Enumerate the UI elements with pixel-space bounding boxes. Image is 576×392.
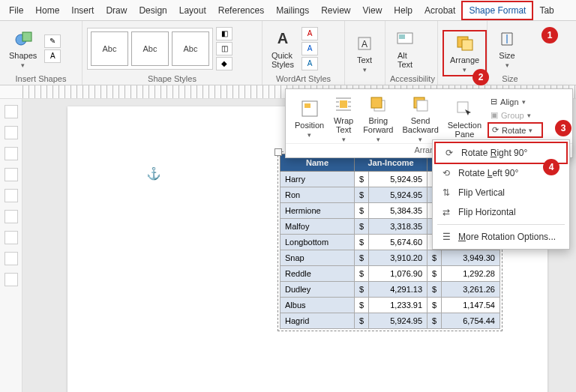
currency-symbol: $: [428, 313, 442, 329]
bring-forward-button[interactable]: Bring Forward▾: [360, 94, 396, 143]
selection-pane-button[interactable]: Selection Pane: [445, 94, 484, 143]
menu-layout[interactable]: Layout: [173, 2, 212, 19]
thumb[interactable]: [4, 189, 18, 202]
flip-vertical[interactable]: ⇅ Flip Vertical: [433, 183, 569, 202]
text-effects-icon[interactable]: A: [302, 57, 318, 70]
arrange-icon: [454, 33, 476, 54]
cell-name: Longbottom: [280, 235, 355, 250]
currency-symbol: $: [428, 282, 442, 298]
thumb[interactable]: [4, 168, 18, 181]
currency-symbol: $: [355, 313, 369, 329]
currency-symbol: $: [355, 235, 369, 250]
size-button[interactable]: Size ▾: [492, 27, 522, 70]
group-label-shape-styles: Shape Styles: [87, 73, 257, 83]
style-preview-2[interactable]: Abc: [131, 31, 169, 66]
wrap-text-button[interactable]: Wrap Text▾: [330, 94, 357, 143]
cell-jan: 5,384.35: [369, 203, 428, 219]
svg-rect-1: [22, 32, 32, 41]
currency-symbol: $: [355, 266, 369, 282]
rotate-right-label: Rotate Right 90°: [461, 148, 527, 158]
cell-jan: 1,233.91: [369, 298, 428, 313]
callout-2: 2: [472, 69, 489, 85]
cell-jan: 5,674.60: [369, 235, 428, 250]
text-button[interactable]: A Text ▾: [350, 31, 380, 75]
flip-horizontal-label: Flip Horizontal: [458, 207, 516, 217]
cell-jan: 3,910.20: [369, 250, 428, 266]
svg-rect-14: [417, 100, 428, 111]
align-button[interactable]: ⊟Align ▾: [488, 95, 543, 108]
group-label-text: [350, 82, 380, 83]
thumb[interactable]: [4, 231, 18, 244]
text-direction-icon: A: [354, 33, 375, 54]
thumb[interactable]: [4, 147, 18, 160]
bring-forward-icon: [368, 94, 388, 115]
menu-shape-format[interactable]: Shape Format: [461, 1, 533, 20]
cell-jan: 5,924.95: [369, 187, 428, 203]
menu-draw[interactable]: Draw: [100, 2, 133, 19]
group-insert-shapes: Shapes ▾ ✎ A Insert Shapes: [0, 21, 82, 85]
svg-rect-5: [399, 34, 405, 39]
menu-design[interactable]: Design: [133, 2, 172, 19]
shape-fill-icon[interactable]: ◧: [216, 27, 232, 40]
thumb[interactable]: [4, 105, 18, 118]
bring-forward-label: Bring Forward: [363, 116, 393, 134]
alt-text-button[interactable]: Alt Text: [390, 27, 420, 70]
svg-rect-10: [340, 100, 347, 108]
thumb[interactable]: [4, 252, 18, 265]
flip-vertical-icon: ⇅: [440, 187, 452, 199]
style-preview-1[interactable]: Abc: [91, 31, 128, 66]
quick-styles-label: Quick Styles: [272, 51, 294, 69]
rotate-left-label: Rotate Left 90°: [458, 168, 518, 178]
rotate-label: Rotate: [502, 126, 526, 135]
currency-symbol: $: [355, 203, 369, 219]
rotate-button[interactable]: ⟳Rotate ▾: [488, 122, 543, 138]
alt-text-icon: [394, 28, 416, 49]
menu-home[interactable]: Home: [29, 2, 65, 19]
cell-jan: 4,291.13: [369, 282, 428, 298]
chevron-down-icon: ▾: [21, 61, 25, 69]
text-outline-icon[interactable]: A: [302, 42, 318, 55]
menu-acrobat[interactable]: Acrobat: [418, 2, 461, 19]
thumb[interactable]: [4, 273, 18, 286]
position-button[interactable]: Position▾: [292, 94, 327, 143]
arrange-label: Arrange: [450, 55, 479, 64]
text-fill-icon[interactable]: A: [302, 27, 318, 40]
currency-symbol: $: [355, 219, 369, 235]
shapes-button[interactable]: Shapes ▾: [4, 27, 41, 70]
group-button[interactable]: ▣Group ▾: [488, 109, 543, 121]
menu-tab-overflow[interactable]: Tab: [533, 2, 560, 19]
menu-references[interactable]: References: [212, 2, 270, 19]
menu-file[interactable]: File: [3, 2, 29, 19]
shape-outline-icon[interactable]: ◫: [216, 42, 232, 55]
edit-shape-icon[interactable]: ✎: [44, 34, 61, 48]
cell-name: Albus: [280, 298, 355, 313]
callout-1: 1: [542, 27, 558, 43]
textbox-icon[interactable]: A: [44, 49, 61, 63]
thumb[interactable]: [4, 210, 18, 223]
menu-help[interactable]: Help: [388, 2, 418, 19]
menu-review[interactable]: Review: [315, 2, 356, 19]
menu-mailings[interactable]: Mailings: [270, 2, 315, 19]
chevron-down-icon: ▾: [363, 66, 367, 73]
shape-effects-icon[interactable]: ◆: [216, 57, 232, 70]
cell-name: Ron: [280, 187, 355, 203]
menu-insert[interactable]: Insert: [65, 2, 100, 19]
cell-name: Malfoy: [280, 219, 355, 235]
send-backward-label: Send Backward: [402, 116, 438, 134]
more-rotation-options[interactable]: ☰ More Rotation Options...: [433, 227, 569, 247]
quick-styles-button[interactable]: A Quick Styles: [267, 27, 298, 70]
flip-horizontal[interactable]: ⇄ Flip Horizontal: [433, 202, 569, 222]
style-preview-3[interactable]: Abc: [172, 31, 209, 66]
send-backward-button[interactable]: Send Backward▾: [399, 94, 441, 143]
table-row: Snap$3,910.20$3,949.30: [280, 250, 500, 266]
more-rotation-label: More Rotation Options...: [458, 232, 556, 242]
thumb[interactable]: [4, 126, 18, 139]
menu-view[interactable]: View: [357, 2, 388, 19]
shape-style-gallery[interactable]: Abc Abc Abc: [87, 28, 213, 70]
cell-name: Reddle: [280, 266, 355, 282]
group-size: Size ▾ Size ⌄: [488, 21, 532, 85]
group-accessibility: Alt Text Accessibility: [386, 21, 438, 85]
table-row: Reddle$1,076.90$1,292.28: [280, 266, 500, 282]
send-backward-icon: [410, 94, 431, 115]
wordart-tools: A A A: [302, 27, 318, 70]
